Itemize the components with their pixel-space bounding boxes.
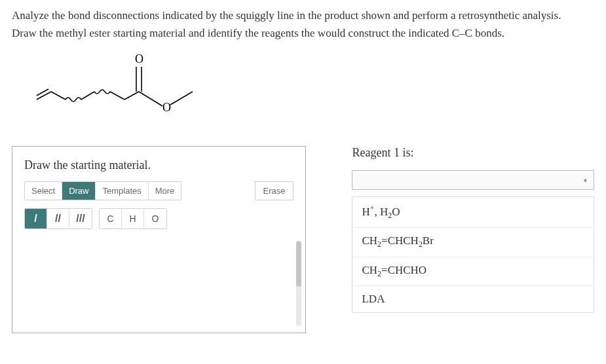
erase-button[interactable]: Erase	[255, 181, 294, 200]
scrollbar-thumb[interactable]	[296, 241, 301, 287]
atom-h-tool[interactable]: H	[122, 209, 144, 228]
molecule-svg: O O	[31, 48, 202, 120]
tab-draw[interactable]: Draw	[62, 182, 96, 200]
drawing-canvas[interactable]	[24, 241, 294, 333]
svg-line-8	[139, 92, 162, 106]
svg-line-4	[110, 92, 124, 100]
double-bond-tool[interactable]: //	[47, 209, 69, 228]
tab-select[interactable]: Select	[25, 182, 62, 200]
question-line-1: Analyze the bond disconnections indicate…	[12, 7, 594, 24]
reagent-options-list: H+, H2O CH2=CHCH2Br CH2=CHCHO LDA	[352, 196, 594, 313]
question-text: Analyze the bond disconnections indicate…	[12, 7, 594, 42]
molecule-structure: O O	[31, 48, 594, 123]
svg-line-3	[81, 92, 94, 100]
reagent-option-3[interactable]: LDA	[352, 286, 594, 312]
triple-bond-tool[interactable]: ///	[69, 209, 92, 228]
chevron-down-icon: ▾	[584, 177, 587, 184]
tab-more[interactable]: More	[149, 182, 181, 200]
canvas-scrollbar[interactable]	[296, 241, 301, 326]
svg-line-5	[124, 92, 139, 100]
tool-row: / // /// C H O	[24, 208, 294, 229]
editor-toolbar: Select Draw Templates More Erase	[24, 181, 294, 200]
panels-container: Draw the starting material. Select Draw …	[12, 146, 594, 333]
svg-line-2	[51, 92, 66, 100]
drawing-panel-title: Draw the starting material.	[24, 158, 294, 172]
bond-tool-group: / // ///	[24, 208, 92, 229]
reagent-dropdown[interactable]: ▾	[352, 170, 594, 190]
atom-label-o-ester: O	[162, 101, 171, 114]
atom-c-tool[interactable]: C	[100, 209, 122, 228]
drawing-panel: Draw the starting material. Select Draw …	[12, 146, 306, 333]
svg-line-0	[37, 92, 51, 100]
reagent-option-2[interactable]: CH2=CHCHO	[352, 257, 594, 286]
atom-label-o-carbonyl: O	[135, 52, 143, 65]
svg-line-9	[170, 92, 193, 105]
reagent-option-1[interactable]: CH2=CHCH2Br	[352, 228, 594, 257]
reagent-option-0[interactable]: H+, H2O	[352, 197, 594, 228]
reagent-panel: Reagent 1 is: ▾ H+, H2O CH2=CHCH2Br CH2=…	[352, 146, 594, 333]
reagent-title: Reagent 1 is:	[352, 146, 594, 160]
single-bond-tool[interactable]: /	[25, 209, 47, 228]
mode-tabs: Select Draw Templates More	[24, 181, 181, 200]
atom-o-tool[interactable]: O	[144, 209, 166, 228]
tab-templates[interactable]: Templates	[96, 182, 148, 200]
question-line-2: Draw the methyl ester starting material …	[12, 24, 594, 42]
atom-tool-group: C H O	[99, 208, 167, 229]
